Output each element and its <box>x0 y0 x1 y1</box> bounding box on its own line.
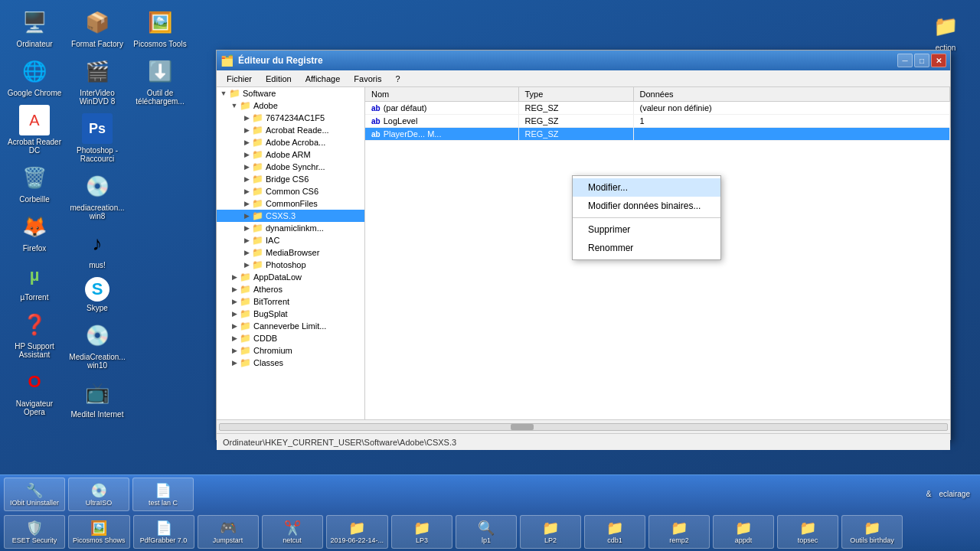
context-menu-renommer[interactable]: Renommer <box>573 239 720 257</box>
taskbar-ultraiso[interactable]: 💿 UltraISO <box>68 478 129 511</box>
tree-item-canneverbe[interactable]: ▶ 📁 Canneverbe Limit... <box>217 320 364 332</box>
table-row[interactable]: ab(par défaut) REG_SZ (valeur non défini… <box>365 102 950 115</box>
scroll-thumb <box>511 424 534 430</box>
tree-item-acrobatreade[interactable]: ▶ 📁 Acrobat Reade... <box>217 124 364 136</box>
context-menu-modifier[interactable]: Modifier... <box>573 178 720 197</box>
menu-fichier[interactable]: Fichier <box>220 73 258 85</box>
registry-editor-window: 🗂️ Éditeur du Registre ─ □ ✕ Fichier Edi… <box>216 50 951 440</box>
col-donnees[interactable]: Données <box>633 87 950 102</box>
tree-item-bugsplat[interactable]: ▶ 📁 BugSplat <box>217 308 364 320</box>
scroll-track[interactable] <box>219 423 948 431</box>
table-row-selected[interactable]: abPlayerDe... M... REG_SZ <box>365 128 950 141</box>
tree-item-adobe[interactable]: ▼ 📁 Adobe <box>217 99 364 112</box>
desktop-icon-corbeille[interactable]: 🗑️ Corbeille <box>4 159 65 207</box>
taskbar-testlanc[interactable]: 📄 test lan C <box>132 478 194 511</box>
expand-icon-classes: ▶ <box>229 357 240 368</box>
taskbar-jumpstart[interactable]: 🎮 Jumpstart <box>198 515 259 549</box>
desktop-icon-picosmos[interactable]: 🖼️ Picosmos Tools <box>129 4 191 51</box>
tree-item-dynamiclink[interactable]: ▶ 📁 dynamiclinkm... <box>217 222 364 234</box>
hp-icon: ❓ <box>19 309 50 340</box>
tree-item-atheros[interactable]: ▶ 📁 Atheros <box>217 283 364 295</box>
taskbar-netcut[interactable]: ✂️ netcut <box>262 515 323 549</box>
tree-item-commonfiles[interactable]: ▶ 📁 CommonFiles <box>217 197 364 210</box>
topsec-icon: 📁 <box>799 520 816 536</box>
taskbar-lp1[interactable]: 🔍 lp1 <box>456 515 517 549</box>
taskbar-lp2[interactable]: 📁 LP2 <box>520 515 581 549</box>
tree-item-classes[interactable]: ▶ 📁 Classes <box>217 357 364 369</box>
content-area: ▼ 📁 Software ▼ 📁 Adobe ▶ 📁 7674234AC1F5 <box>217 87 950 419</box>
testlanc-icon: 📄 <box>155 482 172 499</box>
desktop-icon-utorrent[interactable]: µ µTorrent <box>4 257 65 305</box>
tree-item-csxs3[interactable]: ▶ 📁 CSXS.3 <box>217 210 364 222</box>
desktop-icon-firefox[interactable]: 🦊 Firefox <box>4 208 65 256</box>
maximize-button[interactable]: □ <box>914 54 929 67</box>
taskbar-pdfgrabber[interactable]: 📄 PdfGrabber 7.0 <box>133 515 194 549</box>
taskbar-cdb1[interactable]: 📁 cdb1 <box>584 515 645 549</box>
desktop-icon-photoshop[interactable]: Ps Photoshop - Raccourci <box>67 110 128 166</box>
taskbar-appdt[interactable]: 📁 appdt <box>713 515 774 549</box>
col-type[interactable]: Type <box>518 87 633 102</box>
tree-item-commoncs6[interactable]: ▶ 📁 Common CS6 <box>217 185 364 197</box>
tree-item-7674[interactable]: ▶ 📁 7674234AC1F5 <box>217 112 364 124</box>
folder-icon-mediabrowser: 📁 <box>252 247 264 258</box>
desktop-icon-skype[interactable]: S Skype <box>67 274 128 315</box>
desktop-icon-windvd[interactable]: 🎬 InterVideo WinDVD 8 <box>67 53 128 109</box>
taskbar-topsec[interactable]: 📁 topsec <box>777 515 838 549</box>
desktop-icon-hp[interactable]: ❓ HP Support Assistant <box>4 306 65 362</box>
meditel-icon: 📺 <box>82 377 113 408</box>
table-row[interactable]: abLogLevel REG_SZ 1 <box>365 115 950 128</box>
taskbar-2019[interactable]: 📁 2019-06-22-14-... <box>326 515 389 549</box>
desktop-icon-ordinateur[interactable]: 🖥️ Ordinateur <box>4 4 65 51</box>
folder-icon-acrobatreade: 📁 <box>252 125 264 135</box>
tree-item-bridgecs6[interactable]: ▶ 📁 Bridge CS6 <box>217 173 364 185</box>
tree-item-software[interactable]: ▼ 📁 Software <box>217 87 364 99</box>
desktop-icon-meditel[interactable]: 📺 Meditel Internet <box>67 374 128 422</box>
desktop-icon-mus[interactable]: ♪ mus! <box>67 225 128 272</box>
2019-icon: 📁 <box>348 520 365 536</box>
taskbar-lp3[interactable]: 📁 LP3 <box>391 515 452 549</box>
menu-edition[interactable]: Edition <box>260 73 298 85</box>
lp2-icon: 📁 <box>542 520 559 536</box>
menu-favoris[interactable]: Favoris <box>348 73 387 85</box>
tree-item-adobearm[interactable]: ▶ 📁 Adobe ARM <box>217 148 364 161</box>
desktop-icon-chrome[interactable]: 🌐 Google Chrome <box>4 53 65 100</box>
menu-affichage[interactable]: Affichage <box>299 73 347 85</box>
taskbar-outils-birthday[interactable]: 📁 Outils birthday <box>841 515 903 549</box>
status-bar: Ordinateur\HKEY_CURRENT_USER\Software\Ad… <box>217 433 950 450</box>
taskbar-iobit[interactable]: 🔧 IObit Uninstaller <box>4 478 65 511</box>
taskbar-picosmos-shows[interactable]: 🖼️ Picosmos Shows <box>68 515 130 549</box>
tree-item-adobeacroba[interactable]: ▶ 📁 Adobe Acroba... <box>217 136 364 148</box>
context-menu-supprimer[interactable]: Supprimer <box>573 220 720 239</box>
menu-help[interactable]: ? <box>389 73 406 85</box>
tree-item-adobesynchr[interactable]: ▶ 📁 Adobe Synchr... <box>217 161 364 173</box>
desktop-icon-acrobat[interactable]: A Acrobat Reader DC <box>4 102 65 158</box>
tree-item-cddb[interactable]: ▶ 📁 CDDB <box>217 332 364 344</box>
desktop-icon-mediacreation8[interactable]: 💿 mediacreation... win8 <box>67 168 128 223</box>
tree-item-mediabrowser[interactable]: ▶ 📁 MediaBrowser <box>217 246 364 259</box>
tree-item-bittorrent[interactable]: ▶ 📁 BitTorrent <box>217 295 364 308</box>
desktop-icon-formatfactory[interactable]: 📦 Format Factory <box>67 4 128 51</box>
col-nom[interactable]: Nom <box>365 87 518 102</box>
firefox-icon: 🦊 <box>19 211 50 242</box>
expand-icon-photoshop: ▶ <box>241 259 252 270</box>
desktop-icon-opera[interactable]: O Navigateur Opera <box>4 364 65 419</box>
tree-item-photoshop[interactable]: ▶ 📁 Photoshop <box>217 259 364 271</box>
desktop-icon-download-tool[interactable]: ⬇️ Outil de téléchargem... <box>129 53 191 109</box>
desktop-icon-mediacreation10[interactable]: 💿 MediaCreation... win10 <box>67 317 128 373</box>
close-button[interactable]: ✕ <box>931 54 946 67</box>
context-menu-modifier-binaire[interactable]: Modifier données binaires... <box>573 197 720 215</box>
skype-icon: S <box>85 277 109 302</box>
tree-item-iac[interactable]: ▶ 📁 IAC <box>217 234 364 246</box>
pdfgrabber-icon: 📄 <box>155 520 172 536</box>
tree-item-chromium[interactable]: ▶ 📁 Chromium <box>217 344 364 357</box>
minimize-button[interactable]: ─ <box>897 54 913 67</box>
corbeille-icon: 🗑️ <box>19 162 50 193</box>
tree-item-appdatalow[interactable]: ▶ 📁 AppDataLow <box>217 271 364 283</box>
taskbar-eset[interactable]: 🛡️ ESET Security <box>4 515 65 549</box>
folder-icon-appdatalow: 📁 <box>240 272 252 282</box>
utorrent-icon: µ <box>19 260 50 291</box>
desktop-icon-ection[interactable]: 📁 ection <box>915 8 976 55</box>
taskbar-remp2[interactable]: 📁 remp2 <box>648 515 710 549</box>
taskbar: 🔧 IObit Uninstaller 💿 UltraISO 📄 test la… <box>0 474 980 551</box>
expand-icon-cddb: ▶ <box>229 333 240 344</box>
